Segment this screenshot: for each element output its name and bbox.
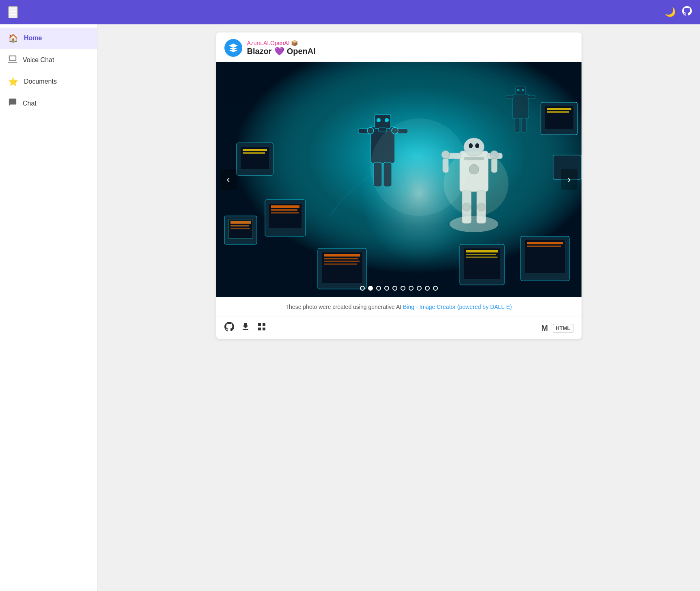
svg-rect-34 [547, 108, 571, 110]
carousel-dot-5[interactable] [401, 286, 405, 291]
card-caption: These photo were created using generativ… [216, 297, 582, 317]
author-avatar [224, 39, 242, 57]
sidebar-item-documents-label: Documents [24, 78, 57, 85]
footer-right-badges: M HTML [541, 324, 573, 333]
content-area: Azure.AI.OpenAI 📦 Blazor 💜 OpenAI [97, 24, 700, 591]
svg-rect-12 [271, 212, 299, 214]
author-row: Azure.AI.OpenAI 📦 Blazor 💜 OpenAI [224, 39, 573, 57]
heart-emoji: 💜 [274, 46, 284, 56]
author-package: Azure.AI.OpenAI 📦 [247, 40, 316, 46]
carousel-image [216, 62, 582, 297]
carousel-dot-6[interactable] [409, 286, 414, 291]
svg-rect-27 [466, 257, 498, 258]
sidebar-item-home[interactable]: 🏠 Home [0, 28, 97, 49]
carousel-dot-4[interactable] [392, 286, 397, 291]
author-title: Blazor 💜 OpenAI [247, 46, 316, 56]
svg-rect-15 [243, 149, 267, 151]
main-layout: 🏠 Home Voice Chat ⭐ Documents Chat [0, 24, 700, 591]
package-emoji: 📦 [291, 40, 298, 46]
svg-rect-10 [271, 205, 299, 208]
svg-rect-16 [243, 152, 265, 154]
dark-mode-button[interactable]: 🌙 [665, 7, 676, 17]
author-info: Azure.AI.OpenAI 📦 Blazor 💜 OpenAI [247, 40, 316, 56]
carousel-dot-2[interactable] [376, 286, 381, 291]
svg-rect-6 [230, 225, 249, 226]
card-header: Azure.AI.OpenAI 📦 Blazor 💜 OpenAI [216, 32, 582, 62]
carousel: ‹ › [216, 62, 582, 297]
hamburger-button[interactable]: ☰ [8, 6, 18, 18]
header-left: ☰ [8, 6, 18, 18]
sidebar-item-chat[interactable]: Chat [0, 92, 97, 114]
home-icon: 🏠 [8, 33, 18, 43]
sidebar: 🏠 Home Voice Chat ⭐ Documents Chat [0, 24, 97, 591]
main-card: Azure.AI.OpenAI 📦 Blazor 💜 OpenAI [216, 32, 582, 339]
carousel-dots [360, 286, 438, 291]
carousel-dot-8[interactable] [425, 286, 430, 291]
svg-rect-20 [324, 258, 358, 259]
svg-rect-30 [527, 242, 563, 244]
carousel-prev-button[interactable]: ‹ [220, 169, 237, 190]
footer-left-actions [224, 322, 267, 334]
svg-rect-7 [230, 228, 250, 229]
carousel-svg [216, 62, 582, 297]
chat-icon [8, 98, 17, 109]
svg-rect-19 [324, 254, 360, 257]
carousel-dot-0[interactable] [360, 286, 365, 291]
svg-rect-29 [525, 240, 565, 273]
carousel-next-button[interactable]: › [561, 169, 577, 190]
svg-point-68 [517, 89, 519, 91]
svg-point-41 [385, 118, 389, 122]
caption-link[interactable]: Bing - Image Creator (powered by DALL-E) [403, 304, 512, 310]
sidebar-item-home-label: Home [24, 35, 42, 42]
svg-rect-70 [506, 95, 513, 99]
sidebar-item-chat-label: Chat [23, 100, 37, 107]
svg-rect-26 [466, 254, 496, 255]
github-header-button[interactable] [682, 6, 692, 18]
svg-rect-24 [464, 248, 500, 279]
carousel-dot-7[interactable] [417, 286, 422, 291]
svg-rect-39 [375, 114, 391, 129]
svg-rect-31 [527, 246, 561, 247]
svg-point-52 [475, 143, 479, 148]
svg-rect-25 [466, 250, 498, 252]
svg-rect-72 [515, 118, 520, 132]
svg-point-75 [444, 151, 508, 216]
carousel-dot-3[interactable] [384, 286, 389, 291]
svg-rect-21 [324, 261, 360, 262]
svg-rect-5 [230, 221, 251, 224]
github-card-button[interactable] [224, 322, 234, 334]
grid-button[interactable] [257, 322, 267, 334]
carousel-dot-9[interactable] [433, 286, 438, 291]
sidebar-item-voice-chat[interactable]: Voice Chat [0, 49, 97, 71]
svg-point-65 [450, 216, 498, 232]
svg-rect-73 [521, 118, 526, 132]
download-button[interactable] [241, 322, 250, 334]
badge-html: HTML [553, 324, 573, 332]
card-footer: M HTML [216, 317, 582, 339]
svg-rect-35 [547, 111, 569, 113]
svg-rect-22 [324, 263, 357, 265]
svg-rect-42 [379, 128, 387, 132]
top-header: ☰ 🌙 [0, 0, 700, 24]
voice-chat-icon [8, 54, 17, 65]
carousel-dot-1[interactable] [368, 286, 373, 291]
svg-point-69 [522, 89, 524, 91]
badge-m: M [541, 324, 548, 333]
svg-rect-66 [513, 94, 529, 119]
svg-rect-71 [528, 95, 535, 99]
header-right: 🌙 [665, 6, 692, 18]
documents-icon: ⭐ [8, 77, 18, 86]
svg-point-51 [469, 143, 473, 148]
sidebar-item-documents[interactable]: ⭐ Documents [0, 71, 97, 92]
sidebar-item-voice-chat-label: Voice Chat [23, 56, 54, 64]
svg-rect-11 [271, 209, 297, 211]
svg-rect-18 [322, 252, 362, 283]
svg-point-40 [377, 118, 381, 122]
svg-point-47 [367, 127, 374, 134]
